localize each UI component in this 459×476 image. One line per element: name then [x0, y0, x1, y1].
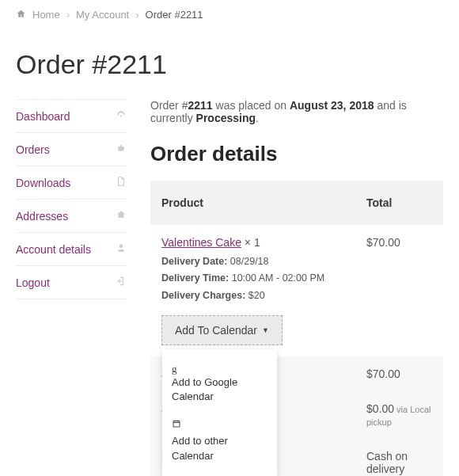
summary-text: was placed on [213, 99, 290, 112]
sidebar-item-downloads[interactable]: Downloads [16, 166, 127, 200]
breadcrumb-my-account[interactable]: My Account [76, 9, 129, 21]
summary-status: Processing [196, 112, 256, 124]
footer-value: Cash on delivery [355, 439, 443, 476]
dropdown-label: Add to Google Calendar [172, 376, 237, 402]
meta-value: 10:00 AM - 02:00 PM [232, 272, 324, 284]
meta-label: Delivery Date: [161, 256, 227, 267]
summary-date: August 23, 2018 [290, 99, 374, 112]
chevron-right-icon: › [135, 9, 138, 21]
table-row: Valentines Cake × 1 Delivery Date: 08/29… [150, 225, 443, 356]
sidebar-item-label: Addresses [16, 210, 68, 223]
summary-text: . [256, 112, 259, 124]
sidebar-item-label: Logout [16, 276, 50, 289]
dropdown-item-other[interactable]: Add to other Calendar [162, 412, 277, 471]
sidebar-item-label: Downloads [16, 177, 70, 189]
user-icon [116, 242, 127, 256]
breadcrumb-current: Order #2211 [146, 9, 203, 21]
caret-down-icon: ▼ [262, 326, 269, 334]
page-title: Order #2211 [16, 49, 443, 80]
file-icon [116, 176, 127, 189]
sidebar-item-label: Orders [16, 143, 50, 156]
meta-value: $20 [248, 290, 265, 301]
add-to-calendar-button[interactable]: Add To Calendar ▼ g Add to Google Calend… [161, 315, 283, 345]
order-details-heading: Order details [150, 142, 443, 166]
button-label: Add To Calendar [175, 324, 257, 337]
footer-value: $70.00 [355, 356, 443, 391]
sidebar-item-orders[interactable]: Orders [16, 133, 127, 166]
meta-label: Delivery Time: [161, 272, 229, 284]
breadcrumb-home[interactable]: Home [32, 9, 60, 21]
dashboard-icon [116, 109, 127, 123]
sidebar-item-account-details[interactable]: Account details [16, 233, 127, 266]
home-icon [16, 8, 26, 21]
sidebar-item-label: Account details [16, 243, 91, 256]
meta-value: 08/29/18 [230, 256, 269, 267]
order-table: Product Total Valentines Cake × 1 Delive… [150, 181, 443, 476]
breadcrumb: Home › My Account › Order #2211 [16, 8, 443, 21]
column-header-total: Total [355, 181, 443, 225]
product-link[interactable]: Valentines Cake [161, 236, 241, 249]
line-total: $70.00 [355, 225, 443, 356]
home-icon [116, 209, 127, 223]
column-header-product: Product [150, 181, 355, 225]
sidebar-item-addresses[interactable]: Addresses [16, 200, 127, 233]
calendar-dropdown: g Add to Google Calendar Add to other Ca… [162, 349, 277, 476]
footer-value: $0.00 via Local pickup [355, 391, 443, 439]
meta-label: Delivery Charges: [161, 290, 245, 301]
sidebar: Dashboard Orders Downloads Addresses Acc… [16, 99, 127, 476]
sidebar-item-logout[interactable]: Logout [16, 266, 127, 299]
sidebar-item-label: Dashboard [16, 110, 70, 123]
chevron-right-icon: › [66, 9, 70, 21]
logout-icon [116, 276, 127, 289]
calendar-icon [172, 418, 267, 432]
summary-order-number: 2211 [188, 99, 212, 112]
product-qty: × 1 [241, 236, 260, 249]
basket-icon [116, 143, 127, 156]
google-icon: g [172, 364, 267, 374]
summary-prefix: Order # [150, 99, 188, 112]
sidebar-item-dashboard[interactable]: Dashboard [16, 99, 127, 133]
dropdown-item-google[interactable]: g Add to Google Calendar [162, 357, 277, 412]
order-summary: Order #2211 was placed on August 23, 201… [150, 99, 443, 124]
dropdown-label: Add to other Calendar [172, 435, 228, 461]
